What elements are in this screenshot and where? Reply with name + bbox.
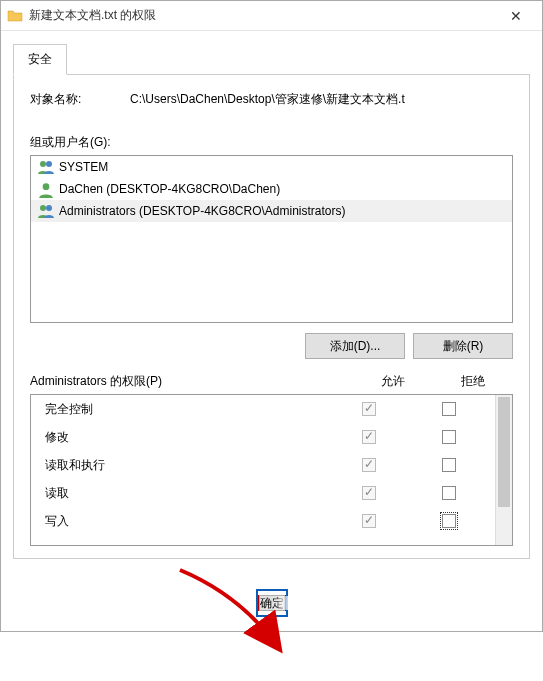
permissions-listbox: 完全控制修改读取和执行读取写入 (30, 394, 513, 546)
object-name-value: C:\Users\DaChen\Desktop\管家速修\新建文本文档.t (130, 91, 513, 108)
permission-name: 读取 (45, 485, 329, 502)
deny-checkbox[interactable] (442, 430, 456, 444)
allow-column-header: 允许 (353, 373, 433, 390)
group-item[interactable]: SYSTEM (31, 156, 512, 178)
permission-name: 修改 (45, 429, 329, 446)
allow-checkbox[interactable] (362, 402, 376, 416)
dialog-footer: 确定 (13, 589, 530, 617)
titlebar: 新建文本文档.txt 的权限 ✕ (1, 1, 542, 31)
remove-button[interactable]: 删除(R) (413, 333, 513, 359)
permission-name: 完全控制 (45, 401, 329, 418)
permission-row: 读取和执行 (31, 451, 495, 479)
ok-button[interactable]: 确定 (259, 595, 285, 611)
group-item-label: Administrators (DESKTOP-4KG8CRO\Administ… (59, 204, 346, 218)
close-icon: ✕ (510, 8, 522, 24)
permission-name: 写入 (45, 513, 329, 530)
group-icon (37, 159, 55, 175)
allow-checkbox[interactable] (362, 458, 376, 472)
tab-security[interactable]: 安全 (13, 44, 67, 75)
permission-row: 完全控制 (31, 395, 495, 423)
permissions-rows: 完全控制修改读取和执行读取写入 (31, 395, 495, 545)
allow-checkbox[interactable] (362, 486, 376, 500)
permissions-scrollbar[interactable] (495, 395, 512, 545)
permission-name: 读取和执行 (45, 457, 329, 474)
user-icon (37, 181, 55, 197)
allow-checkbox[interactable] (362, 514, 376, 528)
permissions-title: Administrators 的权限(P) (30, 373, 353, 390)
add-button[interactable]: 添加(D)... (305, 333, 405, 359)
svg-point-0 (40, 161, 46, 167)
group-item[interactable]: DaChen (DESKTOP-4KG8CRO\DaChen) (31, 178, 512, 200)
permission-row: 写入 (31, 507, 495, 535)
allow-checkbox[interactable] (362, 430, 376, 444)
groups-label: 组或用户名(G): (30, 134, 513, 151)
scrollbar-thumb[interactable] (498, 397, 510, 507)
tabs: 安全 (13, 43, 530, 74)
dialog-body: 安全 对象名称: C:\Users\DaChen\Desktop\管家速修\新建… (1, 31, 542, 631)
svg-point-4 (46, 205, 52, 211)
group-item-label: SYSTEM (59, 160, 108, 174)
group-item[interactable]: Administrators (DESKTOP-4KG8CRO\Administ… (31, 200, 512, 222)
tab-panel-security: 对象名称: C:\Users\DaChen\Desktop\管家速修\新建文本文… (13, 74, 530, 559)
ok-button-highlight: 确定 (256, 589, 288, 617)
deny-checkbox[interactable] (442, 486, 456, 500)
ok-button-highlight-inner: 确定 (258, 595, 286, 611)
groups-listbox[interactable]: SYSTEMDaChen (DESKTOP-4KG8CRO\DaChen)Adm… (30, 155, 513, 323)
permission-row: 修改 (31, 423, 495, 451)
deny-checkbox[interactable] (442, 402, 456, 416)
svg-point-1 (46, 161, 52, 167)
svg-point-2 (43, 183, 50, 190)
group-icon (37, 203, 55, 219)
deny-column-header: 拒绝 (433, 373, 513, 390)
object-name-label: 对象名称: (30, 91, 130, 108)
permissions-header: Administrators 的权限(P) 允许 拒绝 (30, 373, 513, 390)
permissions-dialog: 新建文本文档.txt 的权限 ✕ 安全 对象名称: C:\Users\DaChe… (0, 0, 543, 632)
group-buttons-row: 添加(D)... 删除(R) (30, 333, 513, 359)
close-button[interactable]: ✕ (496, 2, 536, 30)
folder-icon (7, 8, 23, 24)
group-item-label: DaChen (DESKTOP-4KG8CRO\DaChen) (59, 182, 280, 196)
svg-point-3 (40, 205, 46, 211)
object-name-row: 对象名称: C:\Users\DaChen\Desktop\管家速修\新建文本文… (30, 91, 513, 108)
deny-checkbox[interactable] (442, 458, 456, 472)
deny-checkbox[interactable] (442, 514, 456, 528)
permission-row: 读取 (31, 479, 495, 507)
window-title: 新建文本文档.txt 的权限 (29, 7, 496, 24)
